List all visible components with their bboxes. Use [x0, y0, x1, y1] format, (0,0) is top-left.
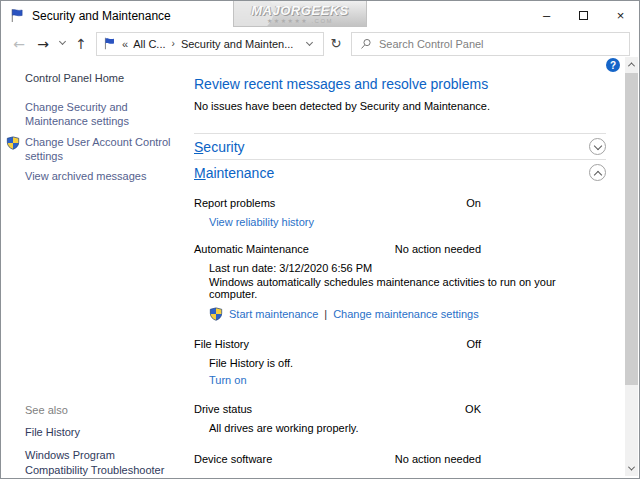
chevron-down-icon	[305, 38, 312, 45]
minimize-button[interactable]: –	[528, 1, 565, 30]
row-status: Off	[194, 338, 481, 350]
breadcrumb-item-current[interactable]: Security and Mainten...	[181, 38, 294, 50]
close-icon: ×	[617, 8, 625, 23]
watermark-text: MAJORGEEKS	[251, 4, 348, 17]
breadcrumb-flag-icon	[103, 37, 116, 50]
auto-maintenance-description: Windows automatically schedules maintena…	[209, 276, 606, 300]
forward-button[interactable]: →	[31, 32, 55, 56]
maximize-icon	[579, 11, 588, 20]
report-problems-row: Report problems On	[194, 197, 606, 211]
window-controls: – ×	[528, 1, 639, 30]
start-maintenance-link[interactable]: Start maintenance	[229, 308, 318, 320]
status-message: No issues have been detected by Security…	[194, 100, 606, 112]
search-icon	[360, 38, 372, 50]
navigation-toolbar: ← → ↑ « All C... › Security and Mainten.…	[1, 30, 639, 57]
vertical-scrollbar[interactable]	[625, 57, 638, 476]
section-maintenance: Maintenance	[194, 160, 606, 185]
file-history-detail: File History is off.	[209, 357, 606, 369]
scroll-down-button[interactable]	[625, 461, 638, 476]
section-security: Security	[194, 134, 606, 159]
forward-icon: →	[37, 36, 49, 52]
sidebar-item-change-security-settings[interactable]: Change Security and Maintenance settings	[1, 100, 177, 129]
scroll-up-button[interactable]	[625, 57, 638, 72]
help-button[interactable]: ?	[606, 58, 620, 72]
recent-pages-dropdown[interactable]	[55, 32, 69, 56]
maintenance-collapse-button[interactable]	[589, 164, 606, 181]
report-problems-links: View reliability history	[209, 216, 606, 228]
chevron-down-icon	[628, 464, 635, 471]
back-button[interactable]: ←	[7, 32, 31, 56]
window-title: Security and Maintenance	[32, 9, 171, 23]
file-history-links: Turn on	[209, 374, 606, 386]
sidebar-item-control-panel-home[interactable]: Control Panel Home	[25, 72, 181, 84]
maintenance-action-links: Start maintenance | Change maintenance s…	[209, 307, 606, 321]
security-flag-icon	[9, 8, 25, 23]
main-pane: Review recent messages and resolve probl…	[181, 57, 626, 478]
sidebar-item-view-archived-messages[interactable]: View archived messages	[1, 169, 177, 183]
device-software-row: Device software No action needed	[194, 453, 606, 467]
breadcrumb-separator-icon: ›	[172, 38, 175, 49]
refresh-icon: ↻	[331, 36, 342, 51]
drive-status-row: Drive status OK	[194, 403, 606, 417]
scrollbar-thumb[interactable]	[625, 73, 638, 385]
see-also-header: See also	[25, 404, 177, 416]
security-expand-button[interactable]	[589, 138, 606, 155]
uac-shield-icon	[209, 307, 223, 321]
page-title: Review recent messages and resolve probl…	[194, 76, 606, 92]
see-also-group: See also File History Windows Program Co…	[25, 404, 177, 479]
refresh-button[interactable]: ↻	[324, 32, 348, 56]
view-reliability-history-link[interactable]: View reliability history	[209, 216, 314, 228]
sidebar-task-list: Change Security and Maintenance settings…	[1, 100, 181, 183]
sidebar-item-change-uac-settings[interactable]: Change User Account Control settings	[1, 135, 177, 164]
drive-status-detail: All drives are working properly.	[209, 422, 606, 434]
row-status: No action needed	[194, 243, 481, 255]
change-maintenance-settings-link[interactable]: Change maintenance settings	[333, 308, 479, 320]
sidebar-item-label: Change User Account Control settings	[25, 136, 171, 162]
back-icon: ←	[13, 36, 25, 52]
up-button[interactable]: ↑	[69, 32, 93, 56]
automatic-maintenance-row: Automatic Maintenance No action needed	[194, 243, 606, 257]
search-input[interactable]	[379, 38, 621, 50]
row-status: No action needed	[194, 453, 481, 465]
section-security-title[interactable]: Security	[194, 139, 245, 155]
help-icon: ?	[610, 60, 616, 71]
row-status: On	[194, 197, 481, 209]
uac-shield-icon	[6, 136, 20, 150]
breadcrumb-overflow-chevron[interactable]: «	[122, 38, 128, 50]
sidebar: Control Panel Home Change Security and M…	[1, 57, 181, 478]
search-box	[351, 32, 630, 56]
security-and-maintenance-window: Security and Maintenance MAJORGEEKS ★★★★…	[0, 0, 640, 479]
address-bar[interactable]: « All C... › Security and Mainten...	[96, 32, 324, 56]
window-body: Control Panel Home Change Security and M…	[1, 57, 626, 478]
majorgeeks-watermark: MAJORGEEKS ★★★★★★ .COM	[233, 1, 367, 27]
maintenance-details: Report problems On View reliability hist…	[194, 197, 606, 467]
chevron-up-icon	[628, 62, 635, 69]
link-separator: |	[324, 308, 327, 320]
turn-on-link[interactable]: Turn on	[209, 374, 247, 386]
sidebar-item-compatibility-troubleshooter[interactable]: Windows Program Compatibility Troublesho…	[25, 448, 177, 477]
last-run-date-text: Last run date: 3/12/2020 6:56 PM	[209, 262, 606, 274]
file-history-row: File History Off	[194, 338, 606, 352]
watermark-subtext: ★★★★★★ .COM	[267, 18, 333, 24]
section-maintenance-title[interactable]: Maintenance	[194, 165, 274, 181]
breadcrumb-item-all-cp[interactable]: All C...	[133, 38, 165, 50]
up-icon: ↑	[75, 36, 87, 52]
title-bar: Security and Maintenance MAJORGEEKS ★★★★…	[1, 1, 639, 30]
chevron-down-icon	[58, 38, 65, 45]
maximize-button[interactable]	[565, 1, 602, 30]
row-status: OK	[194, 403, 481, 415]
close-button[interactable]: ×	[602, 1, 639, 30]
sidebar-item-file-history[interactable]: File History	[25, 425, 177, 439]
address-dropdown-button[interactable]	[301, 33, 317, 55]
minimize-icon: –	[543, 8, 550, 23]
